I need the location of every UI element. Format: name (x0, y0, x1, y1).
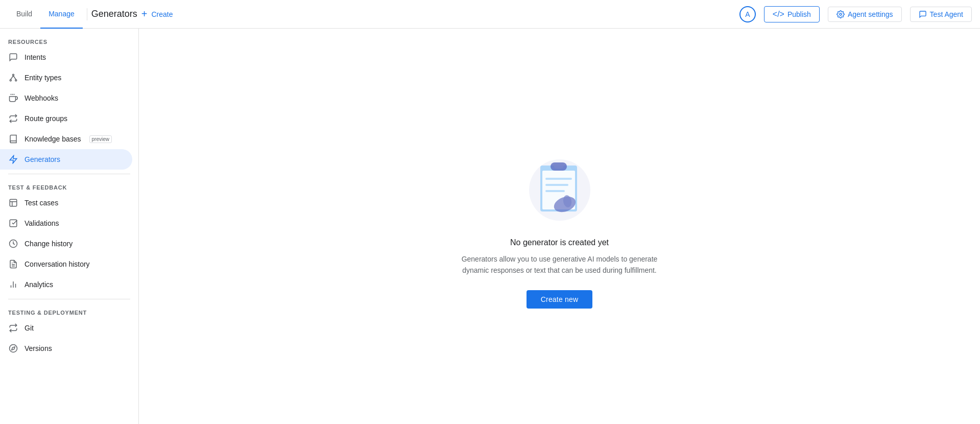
tab-manage[interactable]: Manage (40, 0, 83, 29)
sidebar-item-label: Route groups (25, 114, 67, 123)
analytics-icon (8, 279, 18, 290)
main-content: No generator is created yet Generators a… (139, 29, 980, 424)
publish-button[interactable]: </> Publish (764, 6, 820, 22)
entity-icon (8, 73, 18, 83)
sidebar-item-route-groups[interactable]: Route groups (0, 108, 132, 129)
knowledge-icon (8, 134, 18, 144)
svg-rect-26 (554, 162, 564, 169)
sidebar-divider-1 (8, 174, 130, 174)
sidebar-item-webhooks[interactable]: Webhooks (0, 88, 132, 108)
svg-point-20 (10, 345, 17, 352)
sidebar-item-label: Intents (25, 53, 46, 61)
svg-rect-13 (10, 220, 17, 227)
publish-label: Publish (787, 10, 811, 18)
sidebar: RESOURCES Intents Entity types Webhooks (0, 29, 139, 424)
page-title-area: Generators + Create (91, 8, 739, 20)
header-tabs: Build Manage (8, 0, 83, 29)
svg-point-1 (13, 74, 14, 76)
svg-marker-9 (10, 156, 17, 163)
create-link[interactable]: Create (151, 10, 173, 18)
svg-line-5 (13, 76, 16, 80)
gear-icon (836, 10, 845, 18)
sidebar-item-label: Generators (25, 155, 60, 163)
svg-marker-21 (12, 347, 15, 350)
conversation-icon (8, 259, 18, 269)
preview-badge: preview (89, 135, 112, 143)
sidebar-item-test-cases[interactable]: Test cases (0, 193, 132, 213)
svg-rect-10 (10, 199, 17, 206)
route-icon (8, 113, 18, 124)
sidebar-item-entity-types[interactable]: Entity types (0, 67, 132, 88)
chat-icon (8, 52, 18, 62)
layout: RESOURCES Intents Entity types Webhooks (0, 29, 980, 424)
page-title: Generators (91, 9, 137, 19)
sidebar-item-versions[interactable]: Versions (0, 338, 132, 359)
sidebar-item-label: Entity types (25, 74, 61, 82)
sidebar-item-intents[interactable]: Intents (0, 47, 132, 67)
test-agent-label: Test Agent (930, 10, 963, 18)
git-icon (8, 323, 18, 333)
testcase-icon (8, 198, 18, 208)
sidebar-item-validations[interactable]: Validations (0, 213, 132, 233)
sidebar-item-label: Test cases (25, 199, 58, 207)
resources-section-label: RESOURCES (0, 33, 138, 47)
header-divider (87, 8, 87, 20)
sidebar-item-label: Conversation history (25, 260, 90, 268)
svg-point-0 (840, 13, 842, 15)
sidebar-item-label: Versions (25, 344, 52, 352)
svg-point-2 (10, 80, 11, 81)
agent-settings-button[interactable]: Agent settings (828, 7, 902, 22)
validation-icon (8, 218, 18, 228)
sidebar-item-change-history[interactable]: Change history (0, 233, 132, 254)
sidebar-item-label: Validations (25, 219, 59, 227)
tab-build[interactable]: Build (8, 0, 40, 29)
test-feedback-section-label: TEST & FEEDBACK (0, 178, 138, 193)
test-agent-button[interactable]: Test Agent (910, 7, 972, 22)
empty-state-desc: Generators allow you to use generative A… (458, 253, 662, 276)
sidebar-item-label: Git (25, 324, 34, 332)
plus-icon: + (141, 8, 148, 20)
sidebar-item-label: Knowledge bases (25, 135, 81, 143)
sidebar-item-analytics[interactable]: Analytics (0, 274, 132, 295)
empty-state: No generator is created yet Generators a… (458, 144, 662, 309)
webhook-icon (8, 93, 18, 103)
sidebar-item-generators[interactable]: Generators (0, 149, 132, 170)
generator-icon (8, 154, 18, 164)
sidebar-item-label: Webhooks (25, 94, 58, 102)
empty-state-illustration (519, 144, 601, 226)
header-actions: A </> Publish Agent settings Test Agent (739, 6, 972, 22)
sidebar-item-git[interactable]: Git (0, 318, 132, 338)
avatar[interactable]: A (739, 6, 756, 22)
sidebar-item-label: Analytics (25, 280, 53, 289)
svg-line-4 (11, 76, 13, 80)
create-new-button[interactable]: Create new (527, 290, 593, 309)
svg-point-3 (15, 80, 17, 81)
sidebar-item-knowledge-bases[interactable]: Knowledge bases preview (0, 129, 132, 149)
testing-deployment-section-label: TESTING & DEPLOYMENT (0, 303, 138, 318)
versions-icon (8, 343, 18, 354)
sidebar-divider-2 (8, 299, 130, 299)
history-icon (8, 239, 18, 249)
empty-state-title: No generator is created yet (510, 238, 609, 247)
chat-bubble-icon (919, 10, 927, 18)
sidebar-item-conversation-history[interactable]: Conversation history (0, 254, 132, 274)
sidebar-item-label: Change history (25, 240, 73, 248)
agent-settings-label: Agent settings (848, 10, 893, 18)
publish-icon: </> (773, 10, 784, 19)
header: Build Manage Generators + Create A </> P… (0, 0, 980, 29)
